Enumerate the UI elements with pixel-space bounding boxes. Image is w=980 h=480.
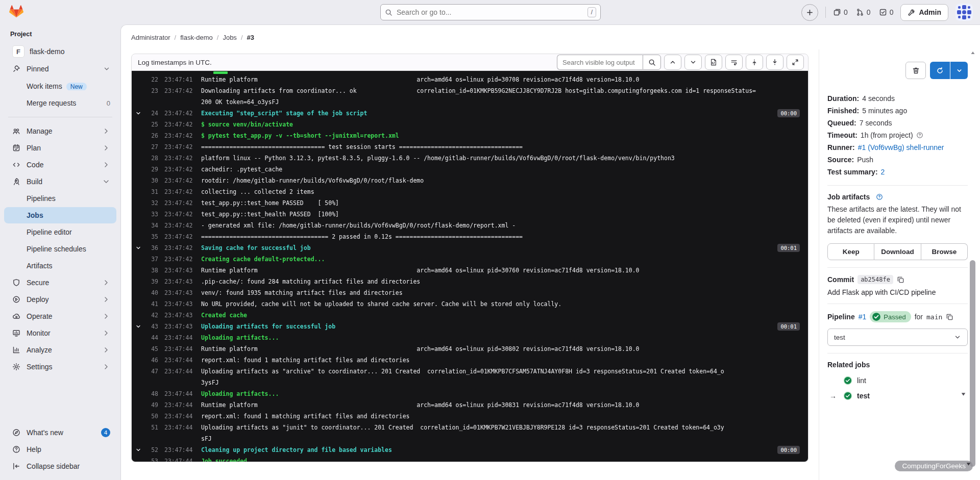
sidebar-item-pipeline-editor[interactable]: Pipeline editor (4, 224, 116, 240)
commit-message[interactable]: Add Flask app with CI/CD pipeline (827, 288, 968, 296)
pipeline-number-link[interactable]: #1 (859, 313, 867, 321)
log-line-number[interactable]: 23 (145, 85, 158, 96)
artifacts-help-icon[interactable] (876, 193, 883, 200)
log-line-number[interactable]: 33 (145, 209, 158, 220)
sidebar-item-operate[interactable]: Operate (4, 308, 116, 324)
browse-artifacts-button[interactable]: Browse (921, 243, 968, 260)
log-section-header[interactable]: 4323:47:43Uploading artifacts for succes… (132, 321, 808, 332)
commit-sha[interactable]: ab2548fe (857, 275, 893, 284)
sidebar-item-help[interactable]: Help (4, 441, 116, 458)
log-line-number[interactable]: 49 (145, 399, 158, 411)
log-line-number[interactable]: 36 (145, 242, 158, 254)
sidebar-item-what-s-new[interactable]: What's new4 (4, 424, 116, 441)
log-line-number[interactable]: 27 (145, 141, 158, 153)
log-line-number[interactable]: 46 (145, 355, 158, 366)
copy-ref-icon[interactable] (946, 313, 953, 321)
log-line-number[interactable]: 26 (145, 130, 158, 141)
log-line-number[interactable]: 24 (145, 108, 158, 119)
search-input[interactable] (397, 8, 587, 16)
log-line-number[interactable]: 22 (145, 74, 158, 85)
log-line-number[interactable]: 50 (145, 411, 158, 422)
retry-job-button[interactable] (930, 62, 950, 79)
log-line-number[interactable]: 25 (145, 119, 158, 130)
log-line-number[interactable]: 29 (145, 164, 158, 175)
detail-value[interactable]: #1 (Vof6vwBg) shell-runner (858, 143, 944, 151)
detail-value[interactable]: 2 (881, 168, 885, 176)
erase-job-log-button[interactable] (905, 62, 926, 79)
sidebar-item-pipelines[interactable]: Pipelines (4, 190, 116, 207)
log-line-number[interactable]: 48 (145, 388, 158, 399)
log-line-number[interactable]: 53 (145, 456, 158, 462)
log-line-number[interactable]: 31 (145, 186, 158, 197)
log-search-input[interactable] (557, 55, 643, 70)
breadcrumb-link[interactable]: flask-demo (180, 34, 213, 41)
sidebar-item-pipeline-schedules[interactable]: Pipeline schedules (4, 241, 116, 257)
user-avatar[interactable] (955, 4, 973, 21)
stage-select-dropdown[interactable]: test (827, 329, 968, 346)
sidebar-item-merge-requests[interactable]: Merge requests0 (4, 95, 116, 111)
global-search[interactable]: / (380, 4, 601, 20)
log-line-number[interactable]: 45 (145, 343, 158, 355)
log-section-header[interactable]: 2423:47:42Executing "step_script" stage … (132, 108, 808, 119)
log-line-number[interactable]: 38 (145, 265, 158, 276)
fullscreen-button[interactable] (787, 55, 804, 70)
sidebar-item-plan[interactable]: Plan (4, 140, 116, 156)
scrollbar-thumb[interactable] (970, 260, 975, 467)
create-new-button[interactable] (801, 4, 818, 21)
download-artifacts-button[interactable]: Download (874, 243, 921, 260)
panel-scroll-down-indicator[interactable] (960, 391, 967, 397)
timeout-help-icon[interactable] (916, 132, 923, 139)
sidebar-project-item[interactable]: F flask-demo (4, 43, 116, 60)
sidebar-item-secure[interactable]: Secure (4, 274, 116, 291)
log-line-number[interactable]: 37 (145, 254, 158, 265)
log-line-number[interactable]: 34 (145, 220, 158, 231)
sidebar-item-deploy[interactable]: Deploy (4, 291, 116, 308)
related-job-test[interactable]: →test (827, 388, 968, 403)
log-line-number[interactable]: 52 (145, 444, 158, 456)
log-search-button[interactable] (643, 55, 661, 70)
previous-match-button[interactable] (664, 55, 681, 70)
sidebar-item-jobs[interactable]: Jobs (4, 207, 116, 223)
sidebar-item-code[interactable]: Code (4, 157, 116, 173)
sidebar-item-artifacts[interactable]: Artifacts (4, 258, 116, 274)
log-line-number[interactable]: 44 (145, 332, 158, 343)
sidebar-item-pinned[interactable]: Pinned (4, 61, 116, 77)
raw-log-button[interactable] (705, 55, 722, 70)
breadcrumb-link[interactable]: Administrator (131, 34, 170, 41)
sidebar-item-build[interactable]: Build (4, 173, 116, 190)
log-line-number[interactable]: 47 (145, 366, 158, 377)
log-line-number[interactable]: 28 (145, 153, 158, 164)
log-line-number[interactable]: 30 (145, 175, 158, 186)
log-section-header[interactable]: 3623:47:42Saving cache for successful jo… (132, 242, 808, 254)
next-match-button[interactable] (684, 55, 702, 70)
topbar-counter-merge-request[interactable]: 0 (856, 8, 871, 16)
log-line-number[interactable]: 32 (145, 197, 158, 209)
keep-artifacts-button[interactable]: Keep (827, 243, 874, 260)
pipeline-status-badge[interactable]: Passed (870, 311, 911, 322)
sidebar-item-collapse-sidebar[interactable]: Collapse sidebar (4, 458, 116, 474)
scroll-to-top-button[interactable] (746, 55, 763, 70)
gitlab-logo-icon[interactable] (9, 5, 23, 19)
sidebar-item-work-items[interactable]: Work itemsNew (4, 78, 116, 94)
copy-commit-sha-icon[interactable] (897, 276, 904, 284)
scroll-to-bottom-button[interactable] (766, 55, 783, 70)
log-line-number[interactable]: 43 (145, 321, 158, 332)
related-job-lint[interactable]: lint (827, 373, 968, 388)
log-line-number[interactable]: 35 (145, 231, 158, 242)
breadcrumb-link[interactable]: Jobs (223, 34, 236, 41)
sidebar-item-monitor[interactable]: Monitor (4, 325, 116, 341)
sidebar-item-settings[interactable]: Settings (4, 359, 116, 375)
scrollbar-up-arrow[interactable] (970, 50, 976, 56)
log-line-number[interactable]: 41 (145, 298, 158, 310)
topbar-counter-todo[interactable]: 0 (879, 8, 894, 16)
wrap-lines-button[interactable] (725, 55, 743, 70)
retry-options-dropdown[interactable] (950, 62, 968, 79)
sidebar-item-analyze[interactable]: Analyze (4, 342, 116, 358)
pipeline-ref[interactable]: main (926, 313, 942, 321)
admin-button[interactable]: Admin (900, 4, 948, 21)
log-line-number[interactable]: 39 (145, 276, 158, 287)
sidebar-item-manage[interactable]: Manage (4, 123, 116, 139)
log-section-header[interactable]: 5223:47:44Cleaning up project directory … (132, 444, 808, 456)
log-line-number[interactable]: 51 (145, 422, 158, 433)
log-line-number[interactable]: 40 (145, 287, 158, 298)
